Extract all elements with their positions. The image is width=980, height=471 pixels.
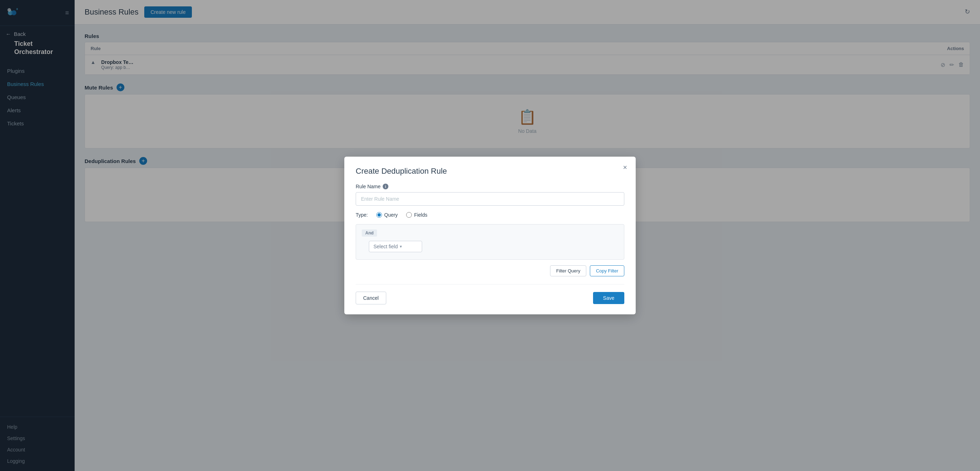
filter-and-badge: And [362,229,377,237]
chevron-down-icon: ▾ [400,244,402,249]
modal-overlay[interactable]: Create Deduplication Rule × Rule Name i … [0,0,980,471]
type-fields-radio[interactable] [406,212,412,218]
modal-footer: Cancel Save [356,284,624,304]
modal-close-button[interactable]: × [623,164,627,171]
rule-name-input[interactable] [356,192,624,206]
filter-box: And Select field ▾ [356,224,624,259]
rule-name-info-icon: i [383,184,388,189]
filter-actions: Filter Query Copy Filter [356,265,624,276]
save-button[interactable]: Save [593,292,624,304]
filter-query-button[interactable]: Filter Query [550,265,586,276]
type-label: Type: [356,212,368,218]
type-fields-option[interactable]: Fields [406,212,427,218]
type-query-option[interactable]: Query [376,212,398,218]
type-query-radio[interactable] [376,212,382,218]
modal-title: Create Deduplication Rule [356,167,624,176]
rule-name-label: Rule Name i [356,184,624,189]
create-dedup-rule-modal: Create Deduplication Rule × Rule Name i … [344,157,636,314]
cancel-button[interactable]: Cancel [356,292,386,304]
select-field-dropdown[interactable]: Select field ▾ [369,241,422,252]
copy-filter-button[interactable]: Copy Filter [590,265,624,276]
type-row: Type: Query Fields [356,212,624,218]
